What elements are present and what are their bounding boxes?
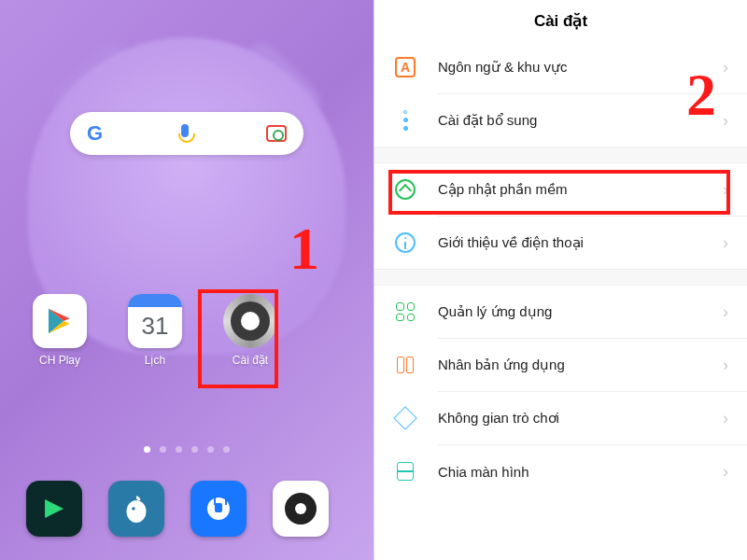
app-chplay[interactable]: CH Play [26,294,93,367]
dock-app-kiwi[interactable] [108,481,164,537]
row-split-screen[interactable]: Chia màn hình › [374,445,747,497]
row-label: Không gian trò chơi [438,410,723,427]
language-icon: A [395,57,416,77]
dock-app-video[interactable] [26,481,82,537]
dock-app-camera[interactable] [273,481,329,537]
calendar-day: 31 [142,312,169,341]
row-label: Chia màn hình [438,464,723,480]
chevron-right-icon: › [723,111,728,131]
google-logo-icon: G [87,121,103,146]
page-indicator[interactable] [144,446,230,453]
svg-point-1 [132,507,135,511]
google-search-bar[interactable]: G [70,112,303,155]
row-app-clone[interactable]: Nhân bản ứng dụng › [374,339,747,391]
chevron-right-icon: › [723,409,728,428]
calendar-icon: 31 [128,294,182,348]
step-number-2: 2 [686,61,716,130]
mic-icon[interactable] [178,124,191,143]
row-label: Quản lý ứng dụng [438,303,723,320]
app-label: CH Play [26,354,93,367]
highlight-box-2 [388,170,730,215]
row-label: Cài đặt bổ sung [438,112,723,129]
app-label: Lịch [121,354,189,367]
dock-app-security[interactable] [190,481,247,537]
chevron-right-icon: › [723,233,728,253]
row-label: Giới thiệu về điện thoại [438,234,723,251]
step-number-1: 1 [289,215,319,284]
home-screen: G CH Play 31 Lịch Cài đặt 1 [0,0,374,560]
additional-icon [403,110,408,131]
lens-icon[interactable] [266,125,287,142]
row-about-phone[interactable]: Giới thiệu về điện thoại › [374,217,747,269]
row-app-manage[interactable]: Quản lý ứng dụng › [374,286,747,338]
play-store-icon [33,294,87,348]
info-icon [395,232,416,253]
clone-icon [397,357,414,373]
game-icon [395,408,416,428]
chevron-right-icon: › [723,356,728,375]
chevron-right-icon: › [723,462,728,482]
page-title: Cài đặt [374,0,747,41]
camera-icon [285,493,317,525]
highlight-box-1 [198,289,278,388]
svg-point-0 [127,500,147,523]
dock [26,481,329,537]
app-calendar[interactable]: 31 Lịch [121,294,189,367]
chevron-right-icon: › [723,58,728,77]
row-label: Ngôn ngữ & khu vực [438,59,723,76]
row-game-space[interactable]: Không gian trò chơi › [374,392,747,444]
chevron-right-icon: › [723,302,728,322]
row-label: Nhân bản ứng dụng [438,357,723,373]
split-icon [397,462,414,481]
lock-icon [207,497,230,520]
grid-icon [396,302,415,321]
